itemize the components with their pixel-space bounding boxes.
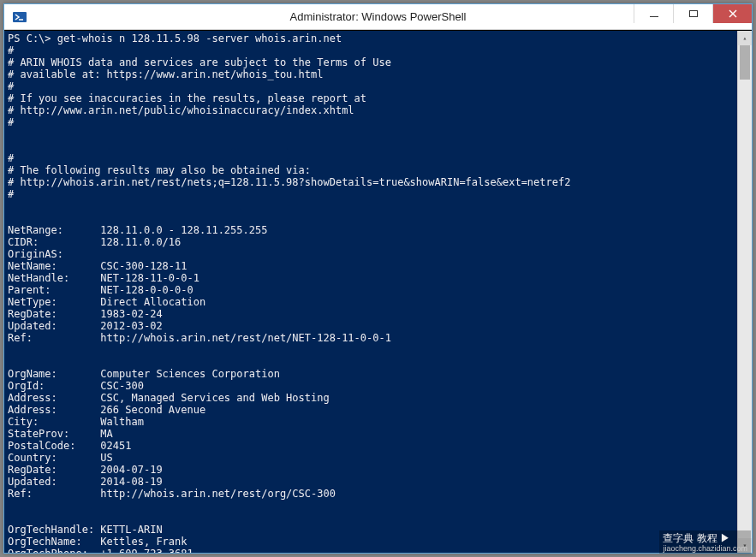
prompt-prefix: PS C:\>: [8, 33, 51, 44]
powershell-window: Administrator: Windows PowerShell PS C:\…: [3, 3, 753, 554]
maximize-button[interactable]: [673, 4, 712, 23]
watermark-sub: jiaocheng.chazidian.com: [663, 544, 747, 553]
prompt-command: get-whois n 128.11.5.98 -server whois.ar…: [57, 33, 342, 44]
minimize-button[interactable]: [634, 4, 673, 23]
watermark-main: 查字典 教程: [663, 532, 720, 544]
org-block: OrgName: Computer Sciences Corporation O…: [8, 368, 336, 500]
scroll-track[interactable]: [738, 45, 752, 538]
comment-block: # # ARIN WHOIS data and services are sub…: [8, 44, 570, 200]
tech-block: OrgTechHandle: KETTL-ARIN OrgTechName: K…: [8, 524, 354, 553]
terminal-output[interactable]: PS C:\> get-whois n 128.11.5.98 -server …: [4, 30, 752, 553]
watermark: 查字典 教程 ▶ jiaocheng.chazidian.com: [659, 530, 751, 554]
scroll-up-arrow[interactable]: ▴: [738, 31, 752, 45]
titlebar[interactable]: Administrator: Windows PowerShell: [4, 4, 752, 30]
close-button[interactable]: [712, 4, 752, 23]
vertical-scrollbar[interactable]: ▴ ▾: [737, 31, 752, 553]
net-block: NetRange: 128.11.0.0 - 128.11.255.255 CI…: [8, 224, 391, 344]
powershell-icon: [11, 9, 28, 26]
scroll-thumb[interactable]: [740, 45, 750, 80]
window-controls: [634, 4, 752, 23]
